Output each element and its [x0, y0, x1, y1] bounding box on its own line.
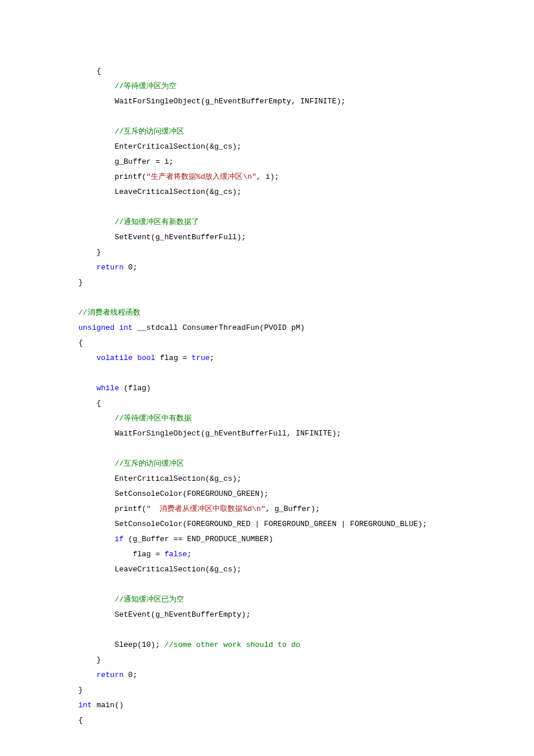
code-token: EnterCriticalSection(&g_cs); — [114, 142, 241, 151]
code-line: } — [78, 275, 534, 290]
code-line: } — [78, 683, 534, 698]
code-line: //互斥的访问缓冲区 — [78, 124, 534, 139]
code-token: SetConsoleColor(FOREGROUND_GREEN); — [114, 489, 268, 498]
code-line: } — [78, 653, 534, 668]
code-token: SetConsoleColor(FOREGROUND_RED | FOREGRO… — [114, 520, 427, 528]
code-token: //通知缓冲区已为空 — [114, 595, 184, 604]
code-token: 0; — [124, 671, 137, 679]
code-token: 0; — [124, 263, 137, 272]
code-line — [78, 366, 534, 381]
code-line — [78, 577, 534, 592]
code-line: return 0; — [78, 668, 534, 683]
code-token: , i); — [257, 172, 279, 181]
code-line: if (g_Buffer == END_PRODUCE_NUMBER) — [78, 532, 534, 547]
code-token: flag = — [133, 550, 165, 559]
code-line: g_Buffer = i; — [78, 154, 534, 170]
code-line: { — [78, 396, 534, 411]
code-token: __stdcall ConsumerThreadFun(PVOID pM) — [133, 323, 305, 332]
code-token: { — [78, 716, 83, 725]
code-line — [78, 441, 534, 456]
code-line: unsigned int __stdcall ConsumerThreadFun… — [78, 321, 534, 336]
code-token: } — [78, 686, 83, 694]
code-line: { — [78, 713, 534, 728]
code-token: int — [119, 323, 132, 332]
code-line: LeaveCriticalSection(&g_cs); — [78, 562, 534, 577]
code-line: EnterCriticalSection(&g_cs); — [78, 139, 534, 154]
code-token: //通知缓冲区有新数据了 — [114, 218, 199, 226]
code-line: printf(" 消费者从缓冲区中取数据%d\n", g_Buffer); — [78, 502, 534, 517]
code-line: printf("生产者将数据%d放入缓冲区\n", i); — [78, 170, 534, 185]
code-token: } — [96, 248, 101, 257]
code-line: SetConsoleColor(FOREGROUND_RED | FOREGRO… — [78, 517, 534, 532]
code-token: { — [78, 339, 83, 347]
code-token: SetEvent(g_hEventBufferEmpty); — [114, 610, 250, 619]
code-token: " 消费者从缓冲区中取数据%d\n" — [146, 505, 265, 513]
code-token: //互斥的访问缓冲区 — [114, 459, 184, 468]
code-token: //消费者线程函数 — [78, 308, 140, 317]
code-token: ; — [187, 550, 192, 559]
code-token: (g_Buffer == END_PRODUCE_NUMBER) — [124, 535, 273, 543]
code-page: { //等待缓冲区为空 WaitForSingleObject(g_hEvent… — [0, 0, 534, 756]
code-token: unsigned — [78, 323, 114, 332]
code-line: { — [78, 336, 534, 351]
code-token: printf( — [114, 505, 146, 513]
code-line — [78, 290, 534, 305]
code-line — [78, 200, 534, 215]
code-token: return — [96, 263, 124, 272]
code-token: return — [96, 671, 124, 679]
code-line: LeaveCriticalSection(&g_cs); — [78, 185, 534, 200]
code-token: g_Buffer = i; — [114, 157, 173, 166]
code-line — [78, 622, 534, 638]
code-line: WaitForSingleObject(g_hEventBufferFull, … — [78, 426, 534, 441]
code-token: volatile — [96, 354, 132, 362]
code-line: flag = false; — [78, 547, 534, 562]
code-token: int — [78, 701, 92, 710]
code-token: flag = — [156, 354, 192, 362]
code-token: WaitForSingleObject(g_hEventBufferEmpty,… — [114, 97, 345, 106]
code-token: false — [164, 550, 187, 559]
code-block: { //等待缓冲区为空 WaitForSingleObject(g_hEvent… — [78, 64, 534, 728]
code-token: LeaveCriticalSection(&g_cs); — [114, 188, 241, 196]
code-line: int main() — [78, 698, 534, 713]
code-token: EnterCriticalSection(&g_cs); — [114, 474, 241, 483]
code-token: SetEvent(g_hEventBufferFull); — [114, 233, 246, 242]
code-token: true — [192, 354, 210, 362]
code-token: if — [114, 535, 124, 543]
code-line: { — [78, 64, 534, 79]
code-token: main() — [92, 701, 124, 710]
code-token: //等待缓冲区为空 — [114, 82, 176, 91]
code-token: ; — [210, 354, 214, 362]
code-token: Sleep(10); — [114, 640, 164, 649]
code-line: //等待缓冲区中有数据 — [78, 411, 534, 426]
code-line: WaitForSingleObject(g_hEventBufferEmpty,… — [78, 94, 534, 109]
code-token: LeaveCriticalSection(&g_cs); — [114, 565, 241, 574]
code-token: { — [96, 67, 101, 75]
code-line: while (flag) — [78, 381, 534, 396]
code-line: //等待缓冲区为空 — [78, 79, 534, 94]
code-token: } — [78, 278, 83, 287]
code-line: SetEvent(g_hEventBufferEmpty); — [78, 607, 534, 622]
code-token: while — [96, 384, 119, 393]
code-token: , g_Buffer); — [265, 505, 320, 513]
code-token: WaitForSingleObject(g_hEventBufferFull, … — [114, 429, 341, 438]
code-line: } — [78, 245, 534, 260]
code-token: //some other work should to do — [164, 640, 300, 649]
code-token: //互斥的访问缓冲区 — [114, 127, 184, 136]
code-line: //通知缓冲区有新数据了 — [78, 215, 534, 230]
code-line: SetConsoleColor(FOREGROUND_GREEN); — [78, 487, 534, 502]
code-line: volatile bool flag = true; — [78, 351, 534, 366]
code-line: //消费者线程函数 — [78, 305, 534, 321]
code-token: //等待缓冲区中有数据 — [114, 414, 192, 423]
code-token: (flag) — [119, 384, 151, 393]
code-token: { — [96, 399, 101, 408]
code-token: "生产者将数据%d放入缓冲区\n" — [146, 172, 257, 181]
code-line: Sleep(10); //some other work should to d… — [78, 638, 534, 653]
code-line: EnterCriticalSection(&g_cs); — [78, 471, 534, 487]
code-token: printf( — [114, 172, 146, 181]
code-line: //互斥的访问缓冲区 — [78, 456, 534, 471]
code-token: bool — [137, 354, 155, 362]
code-line: return 0; — [78, 260, 534, 275]
code-line — [78, 109, 534, 124]
code-token: } — [96, 656, 101, 664]
code-line: SetEvent(g_hEventBufferFull); — [78, 230, 534, 245]
